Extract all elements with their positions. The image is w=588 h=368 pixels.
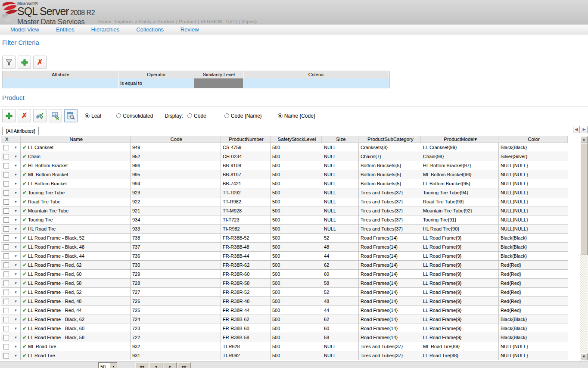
member-row[interactable]: ▾✔Touring Tire934TI-T723500NULLTires and… xyxy=(1,215,568,225)
row-checkbox[interactable] xyxy=(3,172,9,178)
row-menu-dropdown[interactable]: ▾ xyxy=(11,351,21,360)
row-checkbox[interactable] xyxy=(3,308,9,313)
member-row[interactable]: ▾✔HL Road Tire933TI-R982500NULLTires and… xyxy=(1,225,568,234)
row-checkbox[interactable] xyxy=(3,208,9,214)
display-name-code-radio[interactable] xyxy=(278,113,283,118)
row-menu-dropdown[interactable]: ▾ xyxy=(11,143,21,152)
member-row[interactable]: ▾✔Mountain Tire Tube921TT-M928500NULLTir… xyxy=(1,206,568,215)
export-to-excel-button[interactable]: X xyxy=(49,109,62,122)
row-checkbox[interactable] xyxy=(3,163,9,168)
member-row[interactable]: ▾✔LL Road Frame - Red, 58728FR-R38R-5850… xyxy=(1,279,568,288)
first-page-button[interactable]: ◀◀ xyxy=(135,362,148,368)
row-menu-dropdown[interactable]: ▾ xyxy=(11,297,21,306)
apply-business-rules-button[interactable] xyxy=(33,109,47,122)
row-menu-dropdown[interactable]: ▾ xyxy=(11,206,21,215)
grid-col-header-x[interactable]: X xyxy=(1,136,21,143)
row-checkbox[interactable] xyxy=(3,262,9,268)
member-row[interactable]: ▾✔ML Bottom Bracket995BB-8107500NULLBott… xyxy=(1,170,568,179)
row-menu-dropdown[interactable]: ▾ xyxy=(11,152,21,161)
row-checkbox[interactable] xyxy=(3,244,9,250)
row-menu-dropdown[interactable]: ▾ xyxy=(11,188,21,197)
row-menu-dropdown[interactable]: ▾ xyxy=(11,288,21,296)
member-row[interactable]: ▾✔LL Road Frame - Black, 58722FR-R38B-58… xyxy=(1,333,568,342)
member-row[interactable]: ▾✔Touring Tire Tube923TT-T092500NULLTire… xyxy=(1,188,568,197)
nav-item-model-view[interactable]: Model View xyxy=(10,26,39,33)
member-row[interactable]: ▾✔LL Road Frame - Red, 60729FR-R38R-6050… xyxy=(1,270,568,279)
scroll-up-button[interactable]: ▲ xyxy=(580,136,588,143)
grid-col-header-code[interactable]: Code xyxy=(131,136,221,143)
row-checkbox[interactable] xyxy=(3,299,9,304)
member-row[interactable]: ▾✔LL Crankset949CS-4759500NULLCranksets{… xyxy=(1,143,568,152)
nav-item-entities[interactable]: Entities xyxy=(56,26,75,33)
member-row[interactable]: ▾✔LL Road Frame - Red, 44725FR-R38R-4450… xyxy=(1,306,568,315)
row-menu-dropdown[interactable]: ▾ xyxy=(11,215,21,224)
add-member-button[interactable] xyxy=(2,109,16,122)
display-code-radio[interactable] xyxy=(187,113,192,118)
member-row[interactable]: ▾✔LL Road Tire931TI-R092500NULLTires and… xyxy=(1,351,568,360)
member-row[interactable]: ▾✔LL Road Frame - Black, 52738FR-R38B-52… xyxy=(1,234,568,243)
nav-item-review[interactable]: Review xyxy=(180,26,199,33)
row-menu-dropdown[interactable]: ▾ xyxy=(11,234,21,242)
previous-page-button[interactable]: ◀ xyxy=(149,362,162,368)
grid-vertical-scrollbar[interactable]: ▲ ▼ xyxy=(580,136,588,361)
row-menu-dropdown[interactable]: ▾ xyxy=(11,179,21,188)
grid-col-header-size[interactable]: Size xyxy=(322,136,358,143)
page-size-select[interactable]: 50 ▼ xyxy=(98,362,117,368)
row-menu-dropdown[interactable]: ▾ xyxy=(11,252,21,260)
row-checkbox[interactable] xyxy=(3,344,9,349)
row-checkbox[interactable] xyxy=(3,145,9,150)
next-page-button[interactable]: ▶ xyxy=(164,362,177,368)
breadcrumb-home-link[interactable]: Home xyxy=(98,19,112,24)
row-menu-dropdown[interactable]: ▾ xyxy=(11,161,21,170)
row-menu-dropdown[interactable]: ▾ xyxy=(11,279,21,287)
row-checkbox[interactable] xyxy=(3,217,9,223)
row-checkbox[interactable] xyxy=(3,353,9,359)
grid-col-header-productnumber[interactable]: ProductNumber xyxy=(221,136,271,143)
display-code-name-radio[interactable] xyxy=(224,113,229,118)
delete-criteria-button[interactable]: ✗ xyxy=(33,56,47,69)
member-row[interactable]: ▾✔Road Tire Tube922TT-R982500NULLTires a… xyxy=(1,197,568,206)
row-checkbox[interactable] xyxy=(3,326,9,331)
row-checkbox[interactable] xyxy=(3,199,9,205)
grid-col-header-safetystocklevel[interactable]: SafetyStockLevel xyxy=(271,136,322,143)
member-row[interactable]: ▾✔LL Bottom Bracket994BB-7421500NULLBott… xyxy=(1,179,568,188)
filter-attribute-cell[interactable] xyxy=(3,78,119,88)
leaf-radio[interactable] xyxy=(85,113,90,118)
row-menu-dropdown[interactable]: ▾ xyxy=(11,315,21,324)
nav-item-collections[interactable]: Collections xyxy=(136,26,164,33)
last-page-button[interactable]: ▶▶ xyxy=(178,362,191,368)
filter-operator-cell[interactable]: Is equal to xyxy=(119,78,194,88)
row-checkbox[interactable] xyxy=(3,335,9,340)
member-row[interactable]: ▾✔LL Road Frame - Black, 60723FR-R38B-60… xyxy=(1,324,568,333)
view-member-details-button[interactable] xyxy=(64,109,78,122)
scroll-down-button[interactable]: ▼ xyxy=(580,353,588,360)
nav-item-hierarchies[interactable]: Hierarchies xyxy=(91,26,120,33)
breadcrumb-path[interactable]: Explorer > Entity > Product | Product | … xyxy=(115,19,257,24)
row-checkbox[interactable] xyxy=(3,317,9,322)
member-row[interactable]: ▾✔ML Road Tire932TI-R628500NULLTires and… xyxy=(1,342,568,351)
member-row[interactable]: ▾✔HL Bottom Bracket996BB-9108500NULLBott… xyxy=(1,161,568,170)
row-checkbox[interactable] xyxy=(3,235,9,241)
row-menu-dropdown[interactable]: ▾ xyxy=(11,306,21,315)
member-row[interactable]: ▾✔LL Road Frame - Black, 48737FR-R38B-48… xyxy=(1,243,568,252)
row-checkbox[interactable] xyxy=(3,181,9,187)
tab-scroll-right-button[interactable]: ▶ xyxy=(581,126,588,133)
row-menu-dropdown[interactable]: ▾ xyxy=(11,324,21,333)
row-checkbox[interactable] xyxy=(3,190,9,196)
apply-filter-button[interactable] xyxy=(2,56,16,69)
row-checkbox[interactable] xyxy=(3,154,9,159)
row-menu-dropdown[interactable]: ▾ xyxy=(11,197,21,206)
row-menu-dropdown[interactable]: ▾ xyxy=(11,270,21,278)
member-row[interactable]: ▾✔LL Road Frame - Red, 48726FR-R38R-4850… xyxy=(1,297,568,306)
row-checkbox[interactable] xyxy=(3,226,9,232)
member-row[interactable]: ▾✔LL Road Frame - Black, 62724FR-R38B-62… xyxy=(1,315,568,324)
row-menu-dropdown[interactable]: ▾ xyxy=(11,243,21,251)
member-row[interactable]: ▾✔LL Road Frame - Black, 44736FR-R38B-44… xyxy=(1,252,568,261)
consolidated-radio[interactable] xyxy=(116,113,121,118)
row-checkbox[interactable] xyxy=(3,290,9,295)
row-checkbox[interactable] xyxy=(3,271,9,277)
row-menu-dropdown[interactable]: ▾ xyxy=(11,225,21,233)
member-row[interactable]: ▾✔Chain952CH-0234500NULLChains{7}Chain{9… xyxy=(1,152,568,161)
member-row[interactable]: ▾✔LL Road Frame - Red, 52727FR-R38R-5250… xyxy=(1,288,568,297)
row-checkbox[interactable] xyxy=(3,253,9,259)
